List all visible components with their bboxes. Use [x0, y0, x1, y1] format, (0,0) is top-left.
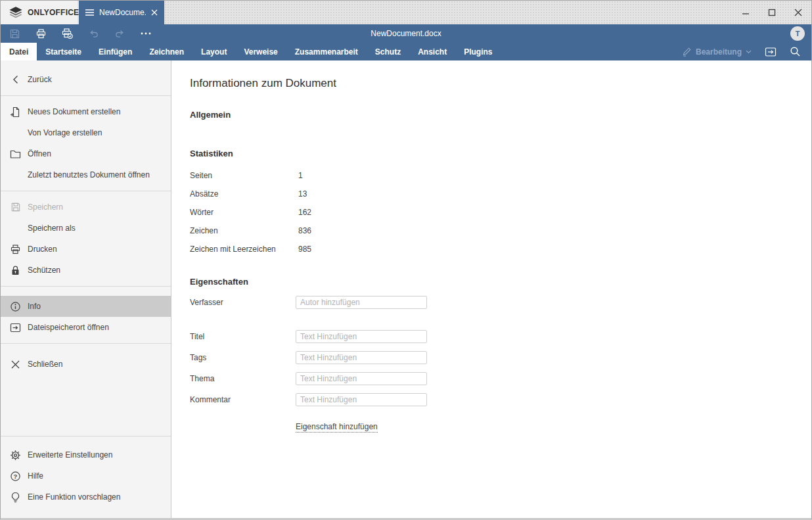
sidebar-item-label: Speichern als: [28, 224, 76, 233]
search-icon: [790, 46, 801, 57]
subject-field[interactable]: [296, 372, 427, 385]
save-icon: [9, 28, 20, 39]
sidebar-item-suggest-feature[interactable]: Eine Funktion vorschlagen: [1, 486, 171, 508]
print-button[interactable]: [33, 26, 49, 41]
sidebar-item-close-menu[interactable]: Schließen: [1, 354, 171, 375]
section-heading-statistics: Statistiken: [190, 149, 811, 158]
property-row-author: Verfasser: [190, 296, 811, 309]
print-icon: [10, 244, 21, 255]
chevron-left-icon: [10, 74, 21, 85]
property-label: Verfasser: [190, 298, 296, 307]
stat-row-characters-with-spaces: Zeichen mit Leerzeichen 985: [190, 240, 811, 258]
sidebar-item-info[interactable]: Info: [1, 296, 171, 317]
tab-datei[interactable]: Datei: [1, 43, 37, 60]
tab-startseite[interactable]: Startseite: [37, 43, 90, 60]
tab-einfuegen[interactable]: Einfügen: [90, 43, 141, 60]
tab-ansicht[interactable]: Ansicht: [409, 43, 455, 60]
tab-layout[interactable]: Layout: [192, 43, 235, 60]
stat-value: 162: [298, 208, 311, 217]
search-button[interactable]: [790, 46, 801, 57]
comment-field[interactable]: [296, 393, 427, 406]
tab-verweise[interactable]: Verweise: [235, 43, 286, 60]
author-field[interactable]: [296, 296, 427, 309]
save-button[interactable]: [7, 26, 22, 41]
tab-plugins[interactable]: Plugins: [455, 43, 501, 60]
sidebar-item-label: Drucken: [28, 245, 57, 254]
minimize-button[interactable]: [733, 1, 759, 24]
tab-zeichnen[interactable]: Zeichnen: [141, 43, 192, 60]
title-field[interactable]: [296, 330, 427, 343]
property-row-tags: Tags: [190, 351, 811, 364]
sidebar-item-label: Erweiterte Einstellungen: [28, 450, 112, 460]
stat-value: 836: [298, 226, 311, 235]
user-avatar[interactable]: T: [790, 26, 805, 41]
property-label: Kommentar: [190, 395, 296, 404]
property-label: Thema: [190, 374, 296, 383]
sidebar-item-save-as[interactable]: Speichern als: [1, 218, 171, 239]
stat-value: 985: [298, 245, 311, 254]
quick-access-toolbar: NewDocument.docx T: [1, 24, 811, 43]
close-window-button[interactable]: [785, 1, 811, 24]
property-label: Titel: [190, 332, 296, 341]
new-document-icon: [10, 106, 21, 118]
undo-button[interactable]: [85, 26, 101, 41]
stat-value: 13: [298, 189, 307, 199]
sidebar-item-label: Von Vorlage erstellen: [28, 128, 102, 137]
section-heading-general: Allgemein: [190, 110, 811, 120]
brand-label: ONLYOFFICE: [28, 8, 79, 17]
sidebar-item-label: Schließen: [28, 360, 62, 369]
folder-arrow-icon: [765, 47, 777, 57]
stat-row-words: Wörter 162: [190, 203, 811, 222]
sidebar-divider: [1, 191, 171, 191]
sidebar-item-protect[interactable]: Schützen: [1, 260, 171, 281]
sidebar-item-label: Info: [28, 302, 41, 311]
brand-logo-box: ONLYOFFICE: [1, 1, 78, 24]
maximize-button[interactable]: [759, 1, 785, 24]
tags-field[interactable]: [296, 351, 427, 364]
app-window: ONLYOFFICE NewDocume...: [0, 0, 812, 520]
property-row-comment: Kommentar: [190, 393, 811, 406]
sidebar-item-print[interactable]: Drucken: [1, 239, 171, 260]
tab-zusammenarbeit[interactable]: Zusammenarbeit: [286, 43, 367, 60]
sidebar-item-open-recent[interactable]: Zuletzt benutztes Dokument öffnen: [1, 164, 171, 185]
add-property-link[interactable]: Eigenschaft hinzufügen: [296, 422, 378, 433]
sidebar-item-from-template[interactable]: Von Vorlage erstellen: [1, 122, 171, 143]
sidebar-item-open[interactable]: Öffnen: [1, 143, 171, 164]
undo-icon: [88, 28, 99, 39]
stat-label: Absätze: [190, 189, 298, 199]
customize-toolbar-button[interactable]: [138, 26, 154, 41]
sidebar-item-help[interactable]: ? Hilfe: [1, 465, 171, 486]
titlebar-drag-area: [164, 1, 811, 24]
ribbon-tabbar: Datei Startseite Einfügen Zeichnen Layou…: [1, 43, 811, 60]
sidebar-item-new-document[interactable]: Neues Dokument erstellen: [1, 101, 171, 122]
gear-icon: [10, 450, 21, 461]
sidebar-item-back[interactable]: Zurück: [1, 69, 171, 90]
open-file-location-button[interactable]: [765, 47, 777, 57]
stat-label: Zeichen: [190, 226, 298, 235]
editing-mode-label: Bearbeitung: [696, 47, 742, 57]
file-menu-panel: Zurück Neues Dokument erstellen Von Vorl…: [1, 60, 811, 518]
chevron-down-icon: [746, 50, 752, 54]
quick-print-icon: [61, 28, 74, 39]
redo-button[interactable]: [112, 26, 127, 41]
stat-value: 1: [298, 171, 303, 180]
tab-schutz[interactable]: Schutz: [367, 43, 409, 60]
sidebar-item-advanced-settings[interactable]: Erweiterte Einstellungen: [1, 444, 171, 465]
sidebar-item-open-file-location[interactable]: Dateispeicherort öffnen: [1, 317, 171, 338]
onlyoffice-logo-icon: [9, 6, 23, 19]
quick-print-button[interactable]: [59, 26, 75, 41]
editing-mode-dropdown[interactable]: Bearbeitung: [682, 47, 752, 57]
stat-label: Seiten: [190, 171, 298, 180]
sidebar-divider: [1, 286, 171, 287]
sidebar-item-label: Öffnen: [28, 149, 51, 158]
print-icon: [35, 28, 47, 39]
tab-close-icon[interactable]: [151, 9, 158, 16]
sidebar-item-save: Speichern: [1, 197, 171, 218]
page-title: Informationen zum Dokument: [190, 77, 811, 90]
sidebar-item-label: Zuletzt benutztes Dokument öffnen: [28, 170, 150, 179]
tabbar-right-controls: Bearbeitung: [682, 43, 811, 60]
document-tab[interactable]: NewDocume...: [79, 1, 164, 24]
stat-row-characters: Zeichen 836: [190, 222, 811, 240]
stat-row-pages: Seiten 1: [190, 166, 811, 185]
sidebar-divider: [1, 436, 171, 437]
